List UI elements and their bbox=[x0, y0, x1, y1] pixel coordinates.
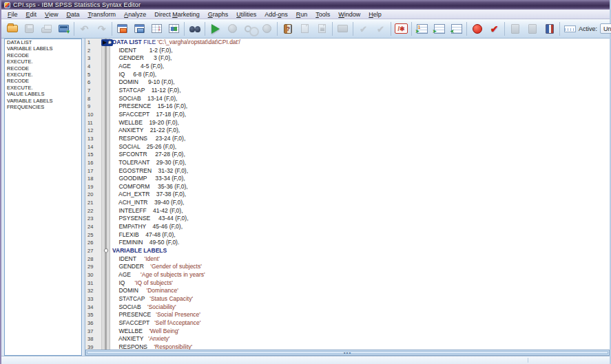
open-syntax-file-button[interactable] bbox=[3, 21, 21, 37]
line-number[interactable]: 39 bbox=[85, 343, 102, 350]
outline-item-frequencies[interactable]: FREQUENCIES bbox=[5, 104, 81, 110]
line-number[interactable]: 27 bbox=[85, 247, 102, 255]
line-number[interactable]: 12 bbox=[85, 127, 102, 135]
breakpoint-gutter[interactable] bbox=[102, 335, 110, 343]
line-number[interactable]: 29 bbox=[85, 263, 102, 271]
line-number[interactable]: 38 bbox=[85, 335, 102, 343]
line-number[interactable]: 31 bbox=[85, 279, 102, 288]
menu-tools[interactable]: Tools bbox=[311, 11, 334, 18]
breakpoint-gutter[interactable] bbox=[102, 151, 110, 159]
outline-item-recode[interactable]: RECODE bbox=[5, 52, 81, 58]
syntax-text[interactable]: AGE 4-5 (F,0), bbox=[110, 63, 610, 71]
line-number[interactable]: 25 bbox=[85, 231, 102, 239]
syntax-text[interactable]: GOODIMP 33-34 (F,0), bbox=[110, 175, 610, 183]
syntax-text[interactable]: RESPONS 23-24 (F,0), bbox=[110, 135, 610, 143]
line-number[interactable]: 7 bbox=[85, 87, 102, 95]
breakpoint-gutter[interactable] bbox=[102, 47, 110, 55]
breakpoint-gutter[interactable] bbox=[102, 215, 110, 223]
breakpoint-gutter[interactable] bbox=[102, 175, 110, 183]
menu-transform[interactable]: Transform bbox=[83, 11, 120, 18]
line-number[interactable]: 20 bbox=[85, 191, 102, 199]
line-number[interactable]: 37 bbox=[85, 328, 102, 336]
line-number[interactable]: 22 bbox=[85, 207, 102, 215]
line-number[interactable]: 6 bbox=[85, 78, 102, 87]
line-number[interactable]: 16 bbox=[85, 159, 102, 167]
variables-dialog-button[interactable] bbox=[148, 21, 165, 37]
title-bar[interactable]: CPI.sps - IBM SPSS Statistics Syntax Edi… bbox=[1, 0, 610, 10]
breakpoint-gutter[interactable] bbox=[102, 191, 110, 199]
breakpoint-gutter[interactable] bbox=[102, 119, 110, 127]
active-dataset-dropdown[interactable]: Unnamed ▼ bbox=[600, 23, 611, 34]
syntax-text[interactable]: GENDER 3 (F,0), bbox=[110, 54, 610, 63]
breakpoint-gutter[interactable] bbox=[102, 78, 110, 87]
breakpoint-gutter[interactable] bbox=[102, 127, 110, 135]
outline-item-recode[interactable]: RECODE bbox=[5, 78, 81, 84]
syntax-text[interactable]: INTELEFF 41-42 (F,0), bbox=[110, 207, 610, 215]
syntax-text[interactable]: WELLBE 'Well Being' bbox=[110, 328, 610, 336]
validate-syntax-button[interactable] bbox=[486, 21, 503, 37]
syntax-text[interactable]: AGE 'Age of subjects in years' bbox=[110, 271, 610, 279]
breakpoint-gutter[interactable] bbox=[102, 143, 110, 151]
menu-add-ons[interactable]: Add-ons bbox=[260, 11, 292, 18]
syntax-text[interactable]: IQ 6-8 (F,0), bbox=[110, 71, 610, 79]
menu-data[interactable]: Data bbox=[62, 11, 83, 18]
syntax-text[interactable]: FEMININ 49-50 (F,0). bbox=[110, 239, 610, 247]
line-number[interactable]: 2 bbox=[85, 47, 102, 55]
syntax-text[interactable]: DATA LIST FILE 'C:\_vargha\ropstat\dat\C… bbox=[110, 39, 610, 47]
indent-left-button[interactable] bbox=[448, 21, 465, 37]
breakpoint-gutter[interactable] bbox=[102, 271, 110, 279]
syntax-text[interactable]: SOCIAB 13-14 (F,0), bbox=[110, 95, 610, 103]
toggle-comment-button[interactable] bbox=[393, 21, 410, 37]
line-number[interactable]: 35 bbox=[85, 311, 102, 319]
breakpoint-gutter[interactable] bbox=[102, 87, 110, 95]
indent-right-button[interactable] bbox=[431, 21, 448, 37]
goto-variable-button[interactable] bbox=[131, 21, 148, 37]
line-number[interactable]: 14 bbox=[85, 143, 102, 151]
syntax-text[interactable]: PRESENCE 15-16 (F,0), bbox=[110, 103, 610, 111]
line-number[interactable]: 36 bbox=[85, 319, 102, 328]
breakpoint-gutter[interactable] bbox=[102, 167, 110, 175]
syntax-text[interactable]: STATCAP 11-12 (F,0), bbox=[110, 87, 610, 95]
outline-item-execute[interactable]: EXECUTE. bbox=[5, 58, 81, 65]
breakpoint-gutter[interactable] bbox=[102, 223, 110, 231]
line-number[interactable]: 10 bbox=[85, 111, 102, 119]
menu-view[interactable]: View bbox=[41, 11, 62, 18]
syntax-text[interactable]: PRESENCE 'Social Presence' bbox=[110, 311, 610, 319]
outline-item-variable-labels[interactable]: VARIABLE LABELS bbox=[5, 45, 81, 52]
syntax-text[interactable]: DOMIN 9-10 (F,0), bbox=[110, 78, 610, 87]
value-labels-button[interactable] bbox=[165, 21, 183, 37]
menu-file[interactable]: File bbox=[3, 11, 22, 18]
line-number[interactable]: 19 bbox=[85, 183, 102, 191]
horizontal-scrollbar[interactable]: ••• bbox=[85, 350, 610, 356]
line-number[interactable]: 32 bbox=[85, 287, 102, 295]
menu-window[interactable]: Window bbox=[334, 11, 364, 18]
line-number[interactable]: 17 bbox=[85, 167, 102, 175]
line-number[interactable]: 3 bbox=[85, 54, 102, 63]
breakpoint-gutter[interactable] bbox=[102, 343, 110, 350]
outline-item-variable-labels[interactable]: VARIABLE LABELS bbox=[5, 98, 81, 104]
menu-graphs[interactable]: Graphs bbox=[204, 11, 233, 18]
find-button[interactable] bbox=[186, 21, 203, 37]
syntax-text[interactable]: GENDER 'Gender of subjects' bbox=[110, 263, 610, 271]
line-number[interactable]: 30 bbox=[85, 271, 102, 279]
breakpoint-gutter[interactable] bbox=[102, 95, 110, 103]
syntax-text[interactable]: ANXIETY 21-22 (F,0), bbox=[110, 127, 610, 135]
syntax-help-button[interactable] bbox=[279, 21, 296, 37]
syntax-text[interactable]: FLEXIB 47-48 (F,0), bbox=[110, 231, 610, 239]
breakpoint-gutter[interactable] bbox=[102, 199, 110, 207]
breakpoint-gutter[interactable] bbox=[102, 54, 110, 63]
line-number[interactable]: 15 bbox=[85, 151, 102, 159]
breakpoint-gutter[interactable] bbox=[102, 159, 110, 167]
outline-item-value-labels[interactable]: VALUE LABELS bbox=[5, 91, 81, 97]
syntax-text[interactable]: IQ 'IQ of subjects' bbox=[110, 279, 610, 288]
run-selection-button[interactable] bbox=[207, 21, 224, 37]
syntax-text[interactable]: SFCONTR 27-28 (F,0), bbox=[110, 151, 610, 159]
auto-indent-button[interactable] bbox=[413, 21, 431, 37]
syntax-text[interactable]: DOMIN 'Dominance' bbox=[110, 287, 610, 295]
breakpoint-gutter[interactable] bbox=[102, 328, 110, 336]
syntax-text[interactable]: ACH_INTR 39-40 (F,0), bbox=[110, 199, 610, 207]
syntax-text[interactable]: IDENT 1-2 (F,0), bbox=[110, 47, 610, 55]
syntax-text[interactable]: SOCIAL 25-26 (F,0), bbox=[110, 143, 610, 151]
syntax-text[interactable]: ACH_EXTR 37-38 (F,0), bbox=[110, 191, 610, 199]
menu-analyze[interactable]: Analyze bbox=[120, 11, 150, 18]
